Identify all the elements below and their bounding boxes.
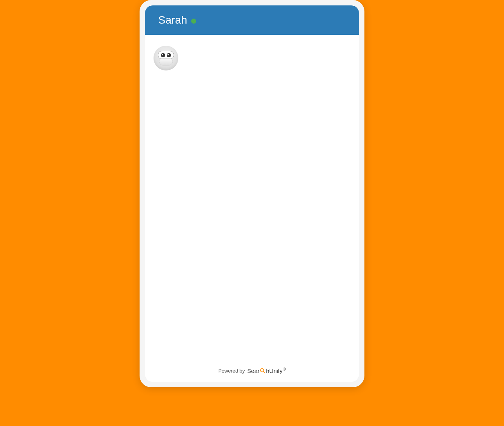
chat-header: Sarah (145, 5, 359, 35)
chat-widget-frame: Sarah Powered by Sear (140, 0, 364, 387)
bot-avatar (154, 46, 178, 70)
bot-name: Sarah (158, 14, 187, 26)
chat-message-area[interactable] (145, 35, 359, 362)
brand-text-part2: hUnify (266, 368, 283, 374)
robot-icon (158, 51, 174, 65)
chat-footer: Powered by Sear hUnify ® (145, 362, 359, 382)
brand-trademark-dot: ® (283, 367, 286, 371)
brand-text-part1: Sear (247, 368, 260, 374)
powered-by-label: Powered by (218, 368, 245, 374)
magnifier-icon (260, 368, 266, 374)
svg-line-1 (264, 371, 265, 373)
online-status-indicator-icon (191, 19, 196, 24)
brand-logo[interactable]: Sear hUnify ® (247, 367, 286, 374)
chat-widget-inner: Sarah Powered by Sear (145, 5, 359, 382)
